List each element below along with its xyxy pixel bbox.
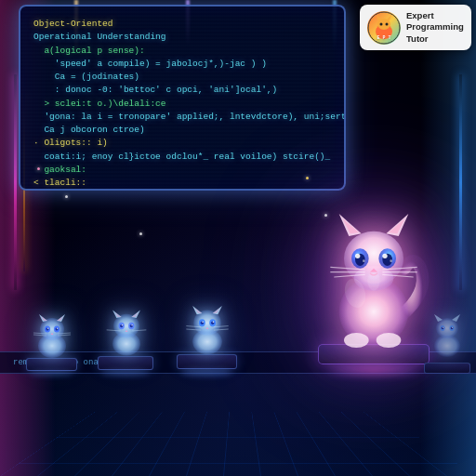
code-line: Operational Understanding bbox=[33, 31, 331, 44]
sparkle-3 bbox=[324, 214, 327, 217]
code-line: Ca j obcoron ctroe) bbox=[33, 124, 331, 137]
code-line: gaoksal: bbox=[33, 164, 331, 177]
svg-point-70 bbox=[355, 254, 360, 258]
cat-mid-left bbox=[101, 302, 152, 362]
svg-point-35 bbox=[122, 324, 123, 325]
svg-point-82 bbox=[367, 271, 379, 290]
code-line: < tlacli:: bbox=[33, 177, 331, 190]
svg-point-18 bbox=[47, 328, 48, 329]
svg-point-59 bbox=[377, 333, 402, 348]
svg-point-73 bbox=[390, 259, 392, 262]
platform-glow-far-left bbox=[31, 371, 73, 376]
cat-main bbox=[309, 206, 439, 355]
neon-line-left bbox=[14, 74, 17, 290]
svg-point-72 bbox=[363, 259, 365, 262]
badge-logo: E P T bbox=[367, 11, 401, 45]
cat-far-left bbox=[29, 307, 75, 363]
code-container: Object-OrientedOperational Understanding… bbox=[33, 18, 331, 191]
platform-glow-center bbox=[181, 369, 232, 376]
cat-center-small bbox=[180, 298, 234, 361]
svg-marker-4 bbox=[387, 15, 391, 20]
svg-point-92 bbox=[452, 327, 453, 328]
svg-point-36 bbox=[131, 324, 132, 325]
svg-point-2 bbox=[377, 19, 390, 30]
code-line: : donoc -0: 'bettoc' c opci, 'ani']ocal'… bbox=[33, 84, 331, 97]
code-line: coati:i; enoy cl}ictoe odclou*_ real voi… bbox=[33, 151, 331, 164]
sparkle-5 bbox=[139, 232, 142, 235]
code-line: 'gona: la i = tronopare' applied;, lntev… bbox=[33, 111, 331, 124]
svg-point-71 bbox=[382, 254, 387, 258]
svg-point-5 bbox=[380, 22, 383, 25]
svg-text:E P T: E P T bbox=[377, 35, 390, 41]
badge-title: Expert Programming Tutor bbox=[406, 10, 464, 45]
sparkle-1 bbox=[65, 195, 68, 198]
cat-pedestal-far-left bbox=[26, 358, 77, 376]
code-line: 'speed' a compile) = jabolocj*,)-jac ) ) bbox=[33, 58, 331, 71]
monitor-screen: Object-OrientedOperational Understanding… bbox=[19, 5, 346, 191]
cat-pedestal-mid-left bbox=[98, 356, 153, 376]
svg-point-91 bbox=[443, 327, 443, 328]
code-line: > sclei:t o.)\delali:ce bbox=[33, 98, 331, 111]
code-monitor: Object-OrientedOperational Understanding… bbox=[19, 5, 346, 191]
sparkle-4 bbox=[306, 177, 309, 179]
code-line: a(logical p sense): bbox=[33, 45, 331, 58]
pedestal-top-right bbox=[424, 363, 470, 374]
platform-ring-main bbox=[323, 364, 425, 376]
main-scene: Object-OrientedOperational Understanding… bbox=[0, 0, 476, 476]
code-line: · Oligots:: i) bbox=[33, 137, 331, 150]
cat-right-bg bbox=[422, 307, 472, 363]
svg-marker-3 bbox=[377, 15, 381, 20]
svg-point-50 bbox=[202, 322, 204, 324]
platform-glow-mid-left bbox=[102, 370, 149, 376]
code-line: Ca = (jodinates) bbox=[33, 71, 331, 84]
code-line: Object-Oriented bbox=[33, 18, 331, 31]
svg-point-51 bbox=[213, 322, 215, 324]
expert-tutor-badge[interactable]: E P T Expert Programming Tutor bbox=[360, 5, 471, 50]
svg-point-58 bbox=[344, 333, 369, 348]
neon-line-right bbox=[459, 74, 462, 290]
cat-pedestal-main bbox=[318, 344, 430, 376]
sparkle-2 bbox=[37, 167, 40, 170]
cat-pedestal-center bbox=[177, 354, 237, 376]
cat-pedestal-right bbox=[424, 363, 470, 374]
svg-point-19 bbox=[57, 328, 58, 329]
svg-point-6 bbox=[386, 22, 389, 25]
badge-logo-circle: E P T bbox=[367, 11, 401, 45]
code-line: graglophlap))).n) goc, bbox=[33, 190, 331, 191]
